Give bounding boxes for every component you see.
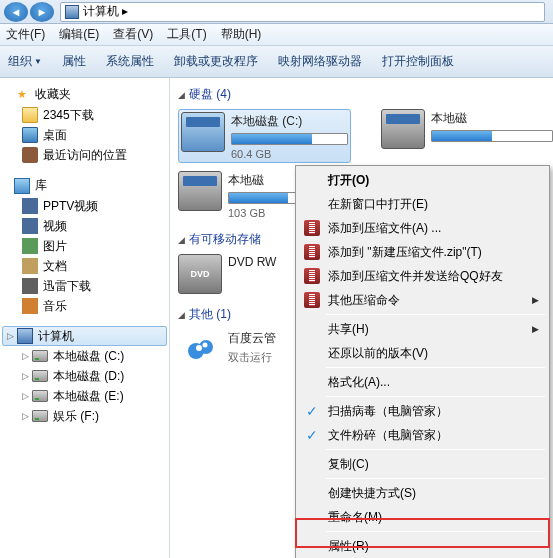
ctx-create-shortcut[interactable]: 创建快捷方式(S): [298, 481, 547, 505]
download-icon: [22, 278, 38, 294]
shield-icon: ✓: [304, 427, 320, 443]
menu-bar: 文件(F) 编辑(E) 查看(V) 工具(T) 帮助(H): [0, 24, 553, 46]
toolbar-uninstall[interactable]: 卸载或更改程序: [174, 53, 258, 70]
music-icon: [22, 298, 38, 314]
expand-icon: ▷: [7, 331, 17, 341]
sidebar-favorites-header[interactable]: ★收藏夹: [0, 84, 169, 105]
recent-icon: [22, 147, 38, 163]
menu-tools[interactable]: 工具(T): [167, 26, 206, 43]
sidebar-item-video[interactable]: 视频: [0, 216, 169, 236]
computer-icon: [17, 328, 33, 344]
archive-icon: [304, 292, 320, 308]
ctx-properties[interactable]: 属性(R): [298, 534, 547, 558]
address-path: 计算机 ▸: [83, 3, 128, 20]
drive-name: 本地磁盘 (C:): [231, 113, 348, 130]
expand-icon: ▷: [22, 371, 32, 381]
menu-edit[interactable]: 编辑(E): [59, 26, 99, 43]
sidebar-item-documents[interactable]: 文档: [0, 256, 169, 276]
toolbar: 组织▼ 属性 系统属性 卸载或更改程序 映射网络驱动器 打开控制面板: [0, 46, 553, 78]
sidebar-item-thunder[interactable]: 迅雷下载: [0, 276, 169, 296]
drive-icon: [381, 109, 425, 149]
capacity-bar: [231, 133, 348, 145]
ctx-rename[interactable]: 重命名(M): [298, 505, 547, 529]
archive-icon: [304, 220, 320, 236]
address-bar[interactable]: 计算机 ▸: [60, 2, 545, 22]
svg-point-3: [203, 343, 208, 348]
ctx-add-to-new-zip[interactable]: 添加到 "新建压缩文件.zip"(T): [298, 240, 547, 264]
ctx-open[interactable]: 打开(O): [298, 168, 547, 192]
ctx-add-to-archive[interactable]: 添加到压缩文件(A) ...: [298, 216, 547, 240]
toolbar-map-drive[interactable]: 映射网络驱动器: [278, 53, 362, 70]
drive-icon: [32, 370, 48, 382]
sidebar-item-drive-d[interactable]: ▷本地磁盘 (D:): [0, 366, 169, 386]
toolbar-system-properties[interactable]: 系统属性: [106, 53, 154, 70]
separator: [326, 478, 545, 479]
baidu-cloud-icon: [178, 329, 222, 369]
collapse-icon: ◢: [178, 310, 185, 320]
sidebar-item-desktop[interactable]: 桌面: [0, 125, 169, 145]
drive-icon: [32, 350, 48, 362]
ctx-open-new-window[interactable]: 在新窗口中打开(E): [298, 192, 547, 216]
sidebar-item-drive-c[interactable]: ▷本地磁盘 (C:): [0, 346, 169, 366]
ctx-zip-send-qq[interactable]: 添加到压缩文件并发送给QQ好友: [298, 264, 547, 288]
separator: [326, 396, 545, 397]
pictures-icon: [22, 238, 38, 254]
drive-c[interactable]: 本地磁盘 (C:) 60.4 GB: [178, 109, 351, 163]
desktop-icon: [22, 127, 38, 143]
separator: [326, 367, 545, 368]
video-icon: [22, 198, 38, 214]
expand-icon: ▷: [22, 351, 32, 361]
sidebar-libraries-header[interactable]: 库: [0, 175, 169, 196]
sidebar-item-music[interactable]: 音乐: [0, 296, 169, 316]
menu-view[interactable]: 查看(V): [113, 26, 153, 43]
sidebar-item-recent[interactable]: 最近访问的位置: [0, 145, 169, 165]
expand-icon: ▷: [22, 391, 32, 401]
folder-icon: [22, 107, 38, 123]
archive-icon: [304, 268, 320, 284]
sidebar-item-pptv[interactable]: PPTV视频: [0, 196, 169, 216]
organize-button[interactable]: 组织▼: [8, 53, 42, 70]
drive-partial-1[interactable]: 本地磁: [381, 109, 553, 163]
shield-icon: ✓: [304, 403, 320, 419]
library-icon: [14, 178, 30, 194]
sidebar: ★收藏夹 2345下载 桌面 最近访问的位置 库 PPTV视频 视频 图片 文档…: [0, 78, 170, 558]
sidebar-item-drive-e[interactable]: ▷本地磁盘 (E:): [0, 386, 169, 406]
ctx-other-zip[interactable]: 其他压缩命令▶: [298, 288, 547, 312]
star-icon: ★: [14, 87, 30, 103]
collapse-icon: ◢: [178, 235, 185, 245]
svg-point-2: [196, 345, 202, 351]
expand-icon: ▷: [22, 411, 32, 421]
sidebar-computer-header[interactable]: ▷计算机: [2, 326, 167, 346]
sidebar-item-pictures[interactable]: 图片: [0, 236, 169, 256]
toolbar-control-panel[interactable]: 打开控制面板: [382, 53, 454, 70]
ctx-format[interactable]: 格式化(A)...: [298, 370, 547, 394]
dvd-icon: DVD: [178, 254, 222, 294]
drive-name: 本地磁: [431, 110, 553, 127]
capacity-bar: [431, 130, 553, 142]
context-menu: 打开(O) 在新窗口中打开(E) 添加到压缩文件(A) ... 添加到 "新建压…: [295, 165, 550, 558]
ctx-copy[interactable]: 复制(C): [298, 452, 547, 476]
archive-icon: [304, 244, 320, 260]
toolbar-properties[interactable]: 属性: [62, 53, 86, 70]
ctx-previous-versions[interactable]: 还原以前的版本(V): [298, 341, 547, 365]
menu-help[interactable]: 帮助(H): [221, 26, 262, 43]
sidebar-item-drive-f[interactable]: ▷娱乐 (F:): [0, 406, 169, 426]
nav-back-button[interactable]: ◄: [4, 2, 28, 22]
drive-size: 60.4 GB: [231, 148, 348, 160]
drive-icon: [178, 171, 222, 211]
computer-icon: [65, 5, 79, 19]
ctx-scan-virus[interactable]: ✓扫描病毒（电脑管家）: [298, 399, 547, 423]
ctx-file-shred[interactable]: ✓文件粉碎（电脑管家）: [298, 423, 547, 447]
menu-file[interactable]: 文件(F): [6, 26, 45, 43]
submenu-arrow-icon: ▶: [532, 295, 539, 305]
drive-icon: [32, 410, 48, 422]
collapse-icon: ◢: [178, 90, 185, 100]
separator: [326, 531, 545, 532]
sidebar-item-2345[interactable]: 2345下载: [0, 105, 169, 125]
drive-icon: [32, 390, 48, 402]
ctx-share[interactable]: 共享(H)▶: [298, 317, 547, 341]
title-bar: ◄ ► 计算机 ▸: [0, 0, 553, 24]
section-hdd-header[interactable]: ◢硬盘 (4): [178, 84, 553, 105]
nav-forward-button[interactable]: ►: [30, 2, 54, 22]
video-icon: [22, 218, 38, 234]
